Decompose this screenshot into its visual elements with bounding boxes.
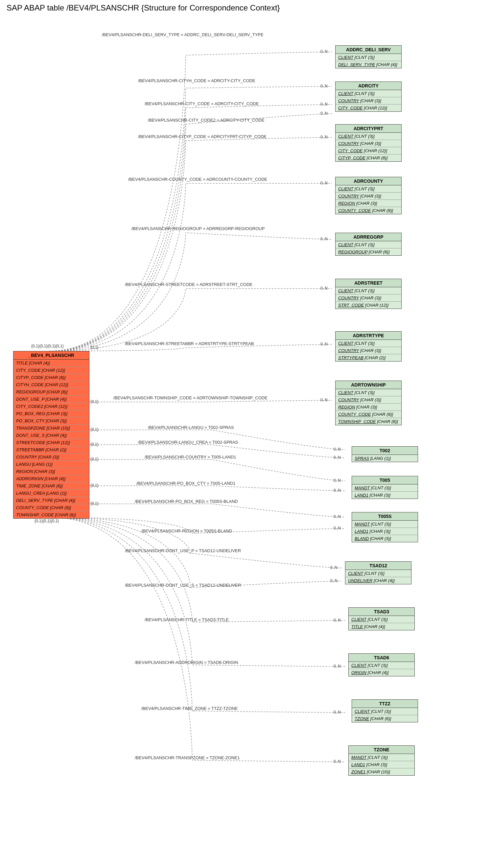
- relation-label: /BEV4/PLSANSCHR-REGIOGROUP = ADRREGGRP-R…: [131, 226, 265, 231]
- cardinality-right: 0..N: [334, 664, 341, 669]
- entity-header: TTZZ: [352, 700, 418, 708]
- entity-header: TSAD3: [349, 608, 415, 616]
- relation-label: /BEV4/PLSANSCHR-ADDRORIGIN = TSAD6-ORIGI…: [135, 660, 238, 665]
- entity-t005s: T005SMANDT [CLNT (3)]LAND1 [CHAR (3)]BLA…: [351, 512, 418, 542]
- entity-adrreggrp: ADRREGGRPCLIENT [CLNT (3)]REGIOGROUP [CH…: [335, 233, 402, 256]
- entity-adrstrtype: ADRSTRTYPECLIENT [CLNT (3)]COUNTRY [CHAR…: [335, 331, 402, 362]
- entity-adrtownship: ADRTOWNSHIPCLIENT [CLNT (3)]COUNTRY [CHA…: [335, 380, 402, 425]
- entity-field: COUNTRY [CHAR (3)]: [336, 97, 401, 104]
- entity-header: TZONE: [349, 746, 415, 754]
- cardinality-right: 0..N: [334, 526, 341, 530]
- cardinality-right: 0..N: [334, 455, 341, 460]
- cardinality-right: 0..N: [334, 514, 341, 519]
- cardinality-right: 0..N: [334, 759, 341, 764]
- cardinality-left: {0,1}: [90, 501, 99, 506]
- cardinality-left: {0,1}: [90, 457, 99, 461]
- relation-label: /BEV4/PLSANSCHR-TOWNSHIP_CODE = ADRTOWNS…: [113, 395, 268, 400]
- entity-field: CLIENT [CLNT (3)]: [336, 185, 401, 193]
- entity-field: REGION [CHAR (3)]: [336, 404, 401, 411]
- relation-label: /BEV4/PLSANSCHR-STREETCODE = ADRSTREET-S…: [125, 282, 252, 287]
- cardinality-right: 0..N: [330, 579, 338, 583]
- entity-header: ADRCITY: [336, 82, 401, 90]
- entity-field: STREETABBR [CHAR (2)]: [13, 446, 89, 454]
- cardinality-right: 0..N: [334, 447, 341, 452]
- entity-field: COUNTY_CODE [CHAR (8)]: [336, 411, 401, 418]
- relation-label: /BEV4/PLSANSCHR-PO_BOX_REG = T005S-BLAND: [135, 499, 238, 504]
- entity-field: COUNTRY [CHAR (3)]: [336, 193, 401, 200]
- entity-field: CLIENT [CLNT (3)]: [336, 340, 401, 347]
- cardinality-left: {0,1}: [90, 427, 99, 432]
- entity-field: CLIENT [CLNT (3)]: [349, 616, 415, 623]
- entity-field: CLIENT [CLNT (3)]: [336, 389, 401, 396]
- entity-field: CITY_CODE [CHAR (12)]: [336, 104, 401, 112]
- entity-field: ADDRORIGIN [CHAR (4)]: [13, 475, 89, 483]
- entity-field: DONT_USE_S [CHAR (4)]: [13, 432, 89, 439]
- cardinality-left: {0,1}: [90, 483, 99, 488]
- relation-label: /BEV4/PLSANSCHR-CITY_CODE2 = ADRCITY-CIT…: [148, 118, 265, 123]
- entity-field: CITY_CODE2 [CHAR (12)]: [13, 403, 89, 410]
- entity-field: TRANSPZONE [CHAR (10)]: [13, 425, 89, 432]
- entity-field: CLIENT [CLNT (3)]: [336, 90, 401, 97]
- cardinality-right: 0..N: [320, 111, 328, 116]
- entity-field: CLIENT [CLNT (3)]: [336, 287, 401, 294]
- cardinality-cluster-top: {0,1}{0,1}{0,1}{0,1}: [31, 344, 64, 348]
- entity-field: REGION [CHAR (3)]: [13, 468, 89, 475]
- entity-field: CLIENT [CLNT (3)]: [336, 241, 401, 248]
- entity-header: ADRSTRTYPE: [336, 332, 401, 340]
- cardinality-right: 0..N: [320, 342, 328, 346]
- entity-tsad6: TSAD6CLIENT [CLNT (3)]ORIGIN [CHAR (4)]: [348, 653, 415, 676]
- relation-label: /BEV4/PLSANSCHR-PO_BOX_CTY = T005-LAND1: [136, 481, 235, 486]
- entity-field: REGIOGROUP [CHAR (8)]: [336, 248, 401, 255]
- cardinality-right: 0..N: [334, 710, 341, 714]
- entity-field: PO_BOX_CTY [CHAR (3)]: [13, 417, 89, 425]
- entity-tzone: TZONEMANDT [CLNT (3)]LAND1 [CHAR (3)]ZON…: [348, 745, 415, 776]
- entity-field: LANGU_CREA [LANG (1)]: [13, 490, 89, 497]
- relation-label: /BEV4/PLSANSCHR-LANGU = T002-SPRAS: [148, 425, 234, 430]
- entity-field: REGION [CHAR (3)]: [336, 200, 401, 207]
- cardinality-right: 0..N: [320, 181, 328, 185]
- entity-field: CITYP_CODE [CHAR (8)]: [13, 374, 89, 381]
- entity-ttzz: TTZZCLIENT [CLNT (3)]TZONE [CHAR (6)]: [351, 700, 418, 722]
- relation-label: /BEV4/PLSANSCHR-CITYH_CODE = ADRCITY-CIT…: [138, 78, 255, 83]
- entity-field: CITYH_CODE [CHAR (12)]: [13, 381, 89, 389]
- relation-label: /BEV4/PLSANSCHR-LANGU_CREA = T002-SPRAS: [138, 440, 238, 445]
- cardinality-right: 0..N: [334, 488, 341, 493]
- cardinality-left: {0,1}: [90, 345, 99, 350]
- cardinality-right: 0..N: [334, 478, 341, 483]
- entity-field: TITLE [CHAR (4)]: [349, 623, 415, 630]
- relation-label: /BEV4/PLSANSCHR-DELI_SERV_TYPE = ADDRC_D…: [102, 32, 264, 37]
- entity-field: LAND1 [CHAR (3)]: [352, 528, 418, 535]
- entity-tsad3: TSAD3CLIENT [CLNT (3)]TITLE [CHAR (4)]: [348, 608, 415, 630]
- entity-adrcounty: ADRCOUNTYCLIENT [CLNT (3)]COUNTRY [CHAR …: [335, 177, 402, 214]
- entity-field: COUNTY_CODE [CHAR (8)]: [336, 207, 401, 214]
- cardinality-right: 0..N: [320, 286, 328, 290]
- entity-adrcityprt: ADRCITYPRTCLIENT [CLNT (3)]COUNTRY [CHAR…: [335, 124, 402, 162]
- entity-field: TIME_ZONE [CHAR (6)]: [13, 483, 89, 490]
- cardinality-right: 0..N: [330, 565, 338, 570]
- entity-field: CITY_CODE [CHAR (12)]: [13, 367, 89, 374]
- entity-field: COUNTY_CODE [CHAR (8)]: [13, 504, 89, 512]
- entity-header: TSAD6: [349, 654, 415, 662]
- relation-label: /BEV4/PLSANSCHR-TRANSPZONE = TZONE-ZONE1: [135, 755, 240, 760]
- entity-field: CLIENT [CLNT (3)]: [349, 662, 415, 669]
- entity-field: REGIOGROUP [CHAR (8)]: [13, 389, 89, 396]
- entity-field: SPRAS [LANG (1)]: [352, 455, 418, 462]
- entity-field: CLIENT [CLNT (3)]: [345, 570, 411, 577]
- entity-addrc_deli_serv: ADDRC_DELI_SERVCLIENT [CLNT (3)]DELI_SER…: [335, 45, 402, 68]
- entity-field: PO_BOX_REG [CHAR (3)]: [13, 410, 89, 417]
- entity-field: COUNTRY [CHAR (3)]: [13, 454, 89, 461]
- entity-header: ADRCITYPRT: [336, 125, 401, 133]
- entity-t005: T005MANDT [CLNT (3)]LAND1 [CHAR (3)]: [351, 476, 418, 499]
- cardinality-left: {0,1}: [90, 442, 99, 447]
- entity-field: CLIENT [CLNT (3)]: [352, 708, 418, 715]
- entity-field: TITLE [CHAR (4)]: [13, 360, 89, 367]
- entity-header: ADRCOUNTY: [336, 177, 401, 185]
- entity-adrcity: ADRCITYCLIENT [CLNT (3)]COUNTRY [CHAR (3…: [335, 82, 402, 112]
- cardinality-right: 0..N: [320, 49, 328, 54]
- entity-header: ADRSTREET: [336, 279, 401, 287]
- diagram-canvas: _BEV4_PLSANSCHRTITLE [CHAR (4)]CITY_CODE…: [0, 16, 490, 868]
- entity-header: _BEV4_PLSANSCHR: [13, 351, 89, 360]
- entity-field: MANDT [CLNT (3)]: [349, 754, 415, 761]
- entity-field: COUNTRY [CHAR (3)]: [336, 396, 401, 404]
- entity-field: TOWNSHIP_CODE [CHAR (8)]: [336, 418, 401, 425]
